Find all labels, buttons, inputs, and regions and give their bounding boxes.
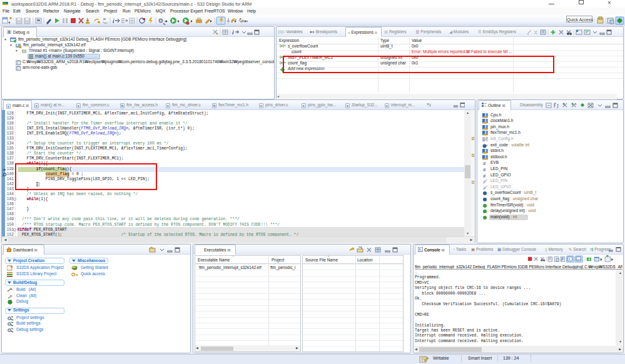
svg-text:s: s [575, 102, 577, 106]
svg-text:i: i [232, 29, 234, 36]
svg-text:#: # [483, 167, 486, 172]
svg-text:i: i [113, 18, 114, 24]
svg-text:v: v [486, 143, 488, 147]
svg-text:#: # [483, 173, 486, 178]
svg-text:#: # [483, 161, 486, 166]
